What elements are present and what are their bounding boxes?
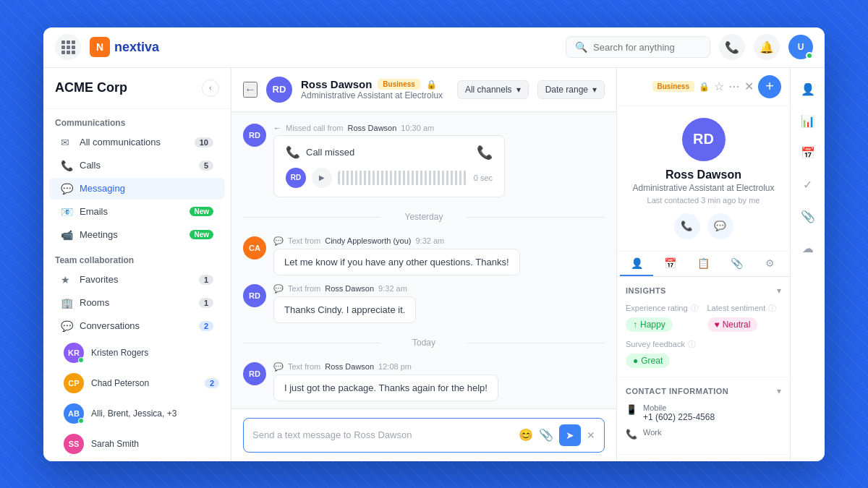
tab-attachment[interactable]: 📎 — [720, 252, 754, 276]
calls-icon: 📞 — [61, 160, 72, 171]
rooms-badge: 1 — [199, 298, 213, 308]
meetings-new-badge: New — [190, 230, 213, 239]
notification-bell-button[interactable]: 🔔 — [754, 34, 780, 60]
collapse-contact-info-button[interactable]: ▾ — [777, 386, 781, 396]
user-avatar[interactable]: U — [788, 35, 813, 59]
grid-icon — [61, 40, 75, 54]
tab-person[interactable]: 👤 — [620, 252, 653, 276]
message-bubble: Let me know if you have any other questi… — [273, 249, 520, 275]
sidebar-item-calls[interactable]: 📞 Calls 5 — [49, 155, 225, 176]
meetings-icon: 📹 — [61, 229, 72, 241]
right-panel-action-buttons: Edit contact Add note — [617, 454, 790, 461]
message-content: 💬 Text from Cindy Applesworth (you) 9:32… — [273, 236, 605, 275]
message-input[interactable] — [252, 429, 513, 440]
channel-selector[interactable]: All channels ▾ — [457, 80, 529, 99]
work-row: 📞 Work — [626, 428, 781, 440]
message-meta: 💬 Text from Ross Dawson 12:08 pm — [273, 362, 605, 372]
tab-settings[interactable]: ⚙ — [754, 252, 787, 276]
add-button[interactable]: + — [758, 75, 781, 98]
tab-calendar[interactable]: 📅 — [653, 252, 686, 276]
chat-panel: ← RD Ross Dawson Business 🔒 Administrati… — [231, 68, 616, 461]
grid-menu-button[interactable] — [55, 34, 81, 60]
attachment-button[interactable]: 📎 — [539, 428, 553, 442]
search-input[interactable] — [593, 42, 694, 53]
missed-call-header: 📞 Call missed 📞 — [286, 145, 493, 160]
star-button[interactable]: ☆ — [714, 80, 724, 93]
favorites-icon: ★ — [61, 274, 72, 286]
ross-avatar: RD — [243, 284, 266, 307]
date-range-selector[interactable]: Date range ▾ — [537, 80, 605, 99]
play-button[interactable]: ▶ — [312, 168, 332, 188]
conv-item-sarah[interactable]: SS Sarah Smith — [43, 429, 231, 458]
sentiment-label: Latest sentiment ⓘ — [707, 303, 782, 314]
great-chip: ● Great — [626, 354, 670, 368]
collapse-sidebar-button[interactable]: ‹ — [202, 80, 219, 97]
data-icon-rail[interactable]: 📊 — [795, 108, 821, 134]
checklist-icon-rail[interactable]: ✓ — [795, 172, 821, 198]
emoji-button[interactable]: 😊 — [519, 428, 533, 442]
back-button[interactable]: ← — [243, 82, 258, 98]
sidebar-item-messaging[interactable]: 💬 Messaging — [49, 178, 225, 200]
contact-info-title: CONTACT INFORMATION — [626, 387, 728, 395]
call-contact-button[interactable]: 📞 — [674, 213, 700, 239]
contact-info-header: CONTACT INFORMATION ▾ — [626, 386, 781, 396]
work-label: Work — [643, 428, 661, 437]
chat-header: ← RD Ross Dawson Business 🔒 Administrati… — [231, 68, 616, 112]
message-type-icon: 💬 — [273, 284, 284, 294]
favorites-badge: 1 — [199, 275, 213, 285]
conv-item-will[interactable]: WW Will Williams — [43, 460, 231, 461]
missed-call-icon: 📞 — [286, 145, 300, 159]
contacts-icon-rail[interactable]: 👤 — [795, 77, 821, 103]
kristen-online-dot — [78, 357, 84, 363]
close-panel-button[interactable]: ✕ — [744, 80, 754, 93]
experience-label: Experience rating ⓘ — [626, 303, 700, 314]
emails-new-badge: New — [190, 207, 213, 216]
message-type-icon: 💬 — [273, 236, 284, 246]
work-phone-icon: 📞 — [626, 429, 637, 440]
message-row: CA 💬 Text from Cindy Applesworth (you) 9… — [243, 236, 605, 275]
call-back-icon: 📞 — [477, 145, 493, 160]
audio-avatar: RD — [286, 168, 306, 188]
clear-input-button[interactable]: ✕ — [587, 429, 595, 441]
contact-avatar-large: RD — [682, 118, 726, 161]
message-meta: 💬 Text from Ross Dawson 9:32 am — [273, 284, 605, 294]
contact-name: Ross Dawson — [665, 168, 741, 181]
attachment-icon-rail[interactable]: 📎 — [795, 204, 821, 230]
sentiment-col: Latest sentiment ⓘ ♥ Neutral — [707, 303, 782, 332]
collapse-insights-button[interactable]: ▾ — [777, 286, 781, 296]
more-options-button[interactable]: ⋯ — [728, 80, 740, 93]
conv-item-alli[interactable]: AB Alli, Brent, Jessica, +3 — [43, 399, 231, 428]
sidebar-item-conversations[interactable]: 💬 Conversations 2 — [49, 315, 225, 337]
send-button[interactable]: ➤ — [559, 424, 581, 446]
message-meta: ← Missed call from Ross Dawson 10:30 am — [273, 124, 605, 132]
insights-header: INSIGHTS ▾ — [626, 286, 781, 296]
date-divider-today: Today — [243, 338, 605, 348]
kristen-avatar: KR — [64, 343, 84, 363]
messaging-icon: 💬 — [61, 183, 72, 194]
calendar-icon-rail[interactable]: 📅 — [795, 140, 821, 166]
mobile-label: Mobile — [643, 403, 715, 412]
message-bubble: Thanks Cindy. I appreciate it. — [273, 296, 416, 323]
conversations-badge: 2 — [199, 321, 213, 331]
calls-badge: 5 — [199, 160, 213, 171]
alli-name: Alli, Brent, Jessica, +3 — [91, 408, 219, 419]
messaging-label: Messaging — [80, 183, 213, 194]
search-bar[interactable]: 🔍 — [566, 36, 710, 58]
phone-icon-button[interactable]: 📞 — [719, 34, 745, 60]
message-contact-button[interactable]: 💬 — [707, 213, 733, 239]
insights-row: Experience rating ⓘ ↑ Happy Latest senti… — [626, 303, 781, 332]
search-icon: 🔍 — [575, 41, 587, 53]
cindy-avatar: CA — [243, 236, 266, 260]
sidebar-item-favorites[interactable]: ★ Favorites 1 — [49, 269, 225, 291]
chat-input-box: 😊 📎 ➤ ✕ — [243, 418, 605, 453]
audio-duration: 0 sec — [474, 174, 493, 182]
cloud-icon-rail[interactable]: ☁ — [795, 236, 821, 262]
tab-list[interactable]: 📋 — [686, 252, 720, 276]
neutral-chip: ♥ Neutral — [707, 317, 758, 332]
sidebar-item-emails[interactable]: 📧 Emails New — [49, 201, 225, 223]
conv-item-kristen[interactable]: KR Kristen Rogers — [43, 338, 231, 367]
sidebar-item-rooms[interactable]: 🏢 Rooms 1 — [49, 292, 225, 314]
sidebar-item-all-communications[interactable]: ✉ All communications 10 — [49, 132, 225, 153]
sidebar-item-meetings[interactable]: 📹 Meetings New — [49, 224, 225, 246]
conv-item-chad[interactable]: CP Chad Peterson 2 — [43, 369, 231, 398]
